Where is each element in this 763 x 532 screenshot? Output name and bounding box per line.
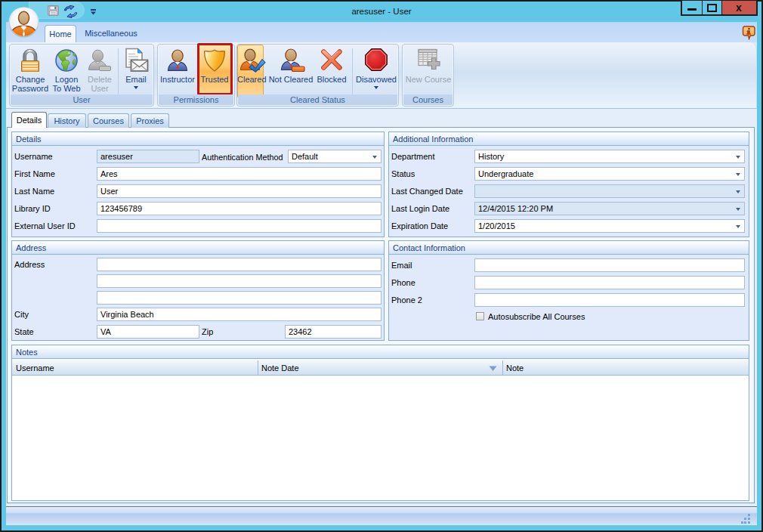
svg-text:x: x xyxy=(736,2,742,14)
